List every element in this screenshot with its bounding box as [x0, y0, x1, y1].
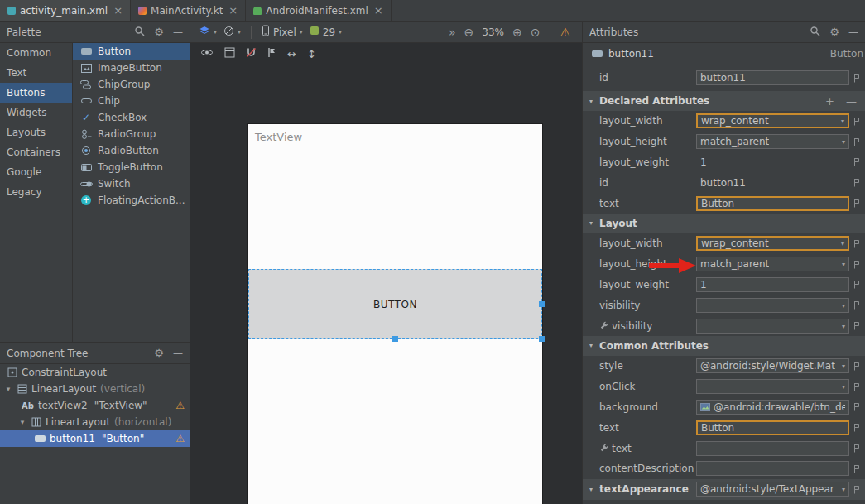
section-textappearance[interactable]: ▾ textAppearance @android:style/TextAppe… [583, 479, 865, 500]
contentdescription-input[interactable] [696, 461, 849, 476]
palette-category-buttons[interactable]: Buttons [0, 83, 72, 103]
section-common-attributes[interactable]: ▾ Common Attributes [583, 336, 865, 356]
expand-vertical-icon[interactable]: ↕ [307, 48, 316, 60]
text-input[interactable]: Button [696, 420, 849, 435]
flag-icon[interactable] [853, 239, 860, 248]
flag-icon[interactable] [853, 382, 860, 391]
tree-item-linearlayout-horizontal[interactable]: ▾ LinearLayout (horizontal) [0, 414, 190, 430]
flag-icon[interactable] [853, 362, 860, 371]
tools-visibility-combo[interactable]: ▾ [696, 319, 849, 334]
zoom-out-button[interactable]: ⊖ [464, 26, 474, 39]
chevron-down-icon[interactable]: ▾ [18, 418, 26, 426]
flag-icon[interactable] [853, 199, 860, 208]
close-icon[interactable]: × [374, 4, 383, 17]
text-input[interactable]: Button [696, 196, 849, 211]
add-attribute-icon[interactable]: + [825, 95, 834, 108]
layout-width-combo[interactable]: wrap_content ▾ [696, 113, 849, 128]
background-input[interactable]: @android:drawable/btn_defau [696, 400, 849, 415]
resize-handle-corner[interactable] [539, 336, 545, 342]
palette-category-text[interactable]: Text [0, 63, 72, 83]
gear-icon[interactable]: ⚙ [154, 347, 164, 359]
layout-artboard[interactable]: TextView BUTTON [248, 124, 542, 504]
layout-height-combo[interactable]: match_parent ▾ [696, 134, 849, 149]
palette-component-radiogroup[interactable]: RadioGroup [73, 126, 205, 142]
close-icon[interactable]: × [228, 4, 238, 17]
palette-category-common[interactable]: Common [0, 43, 72, 63]
tree-item-linearlayout-vertical[interactable]: ▾ LinearLayout (vertical) [0, 381, 190, 397]
tab-activity-main-xml[interactable]: activity_main.xml × [0, 0, 131, 21]
section-declared-attributes[interactable]: ▾ Declared Attributes + — [583, 91, 865, 111]
api-level-selector[interactable]: 29 ▾ [310, 26, 342, 38]
palette-component-radiobutton[interactable]: RadioButton [73, 142, 205, 159]
canvas-selected-button[interactable]: BUTTON [248, 269, 542, 339]
flag-icon[interactable] [853, 157, 860, 166]
warnings-button[interactable]: ⚠ [560, 26, 570, 39]
palette-component-chip[interactable]: Chip ↓ [73, 93, 205, 109]
layout-weight-input[interactable]: 1 [696, 277, 849, 292]
close-icon[interactable]: × [113, 4, 123, 17]
canvas-textview[interactable]: TextView [255, 131, 302, 143]
gear-icon[interactable]: ⚙ [154, 26, 164, 38]
design-surface-selector[interactable]: ▾ [199, 26, 217, 38]
resize-handle-right[interactable] [539, 301, 545, 307]
palette-category-widgets[interactable]: Widgets [0, 103, 72, 122]
expand-horizontal-icon[interactable]: ↔ [287, 48, 296, 60]
flag-icon[interactable] [853, 321, 860, 330]
layout-weight-input[interactable]: 1 [696, 155, 849, 170]
remove-attribute-icon[interactable]: — [846, 95, 857, 108]
design-canvas[interactable]: ↔ ↕ TextView BUTTON [190, 43, 582, 504]
resize-handle-bottom[interactable] [392, 336, 398, 342]
guideline-icon[interactable] [267, 47, 276, 60]
palette-component-togglebutton[interactable]: ToggleButton [73, 159, 205, 175]
flag-icon[interactable] [853, 117, 860, 126]
show-decorations-icon[interactable] [224, 47, 235, 60]
palette-category-google[interactable]: Google [0, 162, 72, 182]
palette-component-checkbox[interactable]: ✓ CheckBox [73, 109, 205, 126]
palette-component-floatingactionbutton[interactable]: + FloatingActionB... ↓ [73, 192, 205, 209]
gear-icon[interactable]: ⚙ [829, 26, 839, 38]
device-selector[interactable]: Pixel ▾ [262, 25, 303, 39]
flag-icon[interactable] [853, 280, 860, 289]
visibility-combo[interactable]: ▾ [696, 298, 849, 313]
style-combo[interactable]: @android:style/Widget.Mat ▾ [696, 358, 849, 373]
flag-icon[interactable] [853, 402, 860, 411]
blueprint-selector[interactable]: ▾ [223, 26, 241, 39]
chevron-down-icon[interactable]: ▾ [4, 385, 12, 393]
zoom-in-button[interactable]: ⊕ [512, 26, 522, 39]
zoom-level[interactable]: 33% [482, 26, 504, 38]
flag-icon[interactable] [853, 444, 860, 453]
flag-icon[interactable] [853, 178, 860, 187]
flag-icon[interactable] [853, 464, 860, 473]
palette-component-imagebutton[interactable]: ImageButton [73, 60, 205, 76]
tree-item-textview2[interactable]: Ab textView2- "TextView" ⚠ [0, 397, 190, 414]
flag-icon[interactable] [853, 423, 860, 432]
flag-icon[interactable] [853, 485, 860, 494]
tree-item-button11[interactable]: button11- "Button" ⚠ [0, 430, 190, 447]
minimize-icon[interactable]: — [173, 348, 183, 359]
overflow-icon[interactable]: » [449, 26, 456, 39]
warning-icon[interactable]: ⚠ [175, 433, 185, 444]
search-icon[interactable] [134, 26, 145, 39]
palette-component-button[interactable]: Button [73, 43, 205, 60]
flag-icon[interactable] [853, 74, 860, 83]
id-input[interactable]: button11 [696, 70, 849, 85]
tab-mainactivity-kt[interactable]: MainActivity.kt × [131, 0, 246, 21]
tab-androidmanifest-xml[interactable]: AndroidManifest.xml × [246, 0, 391, 21]
search-icon[interactable] [810, 26, 820, 39]
flag-icon[interactable] [853, 260, 860, 269]
layout-width-combo[interactable]: wrap_content ▾ [696, 236, 849, 251]
minimize-icon[interactable]: — [173, 26, 183, 38]
layout-height-combo[interactable]: match_parent ▾ [696, 257, 849, 271]
flag-icon[interactable] [853, 300, 860, 310]
palette-component-switch[interactable]: Switch [73, 175, 205, 192]
minimize-icon[interactable]: — [848, 26, 858, 38]
zoom-to-fit-button[interactable]: ⊙ [531, 26, 541, 39]
tree-item-constraintlayout[interactable]: ConstraintLayout [0, 364, 190, 381]
view-options-icon[interactable] [200, 48, 214, 60]
warning-icon[interactable]: ⚠ [175, 400, 185, 411]
section-layout[interactable]: ▾ Layout [583, 214, 865, 233]
palette-category-containers[interactable]: Containers [0, 142, 72, 162]
id-input[interactable]: button11 [696, 175, 849, 190]
palette-category-layouts[interactable]: Layouts [0, 122, 72, 142]
onclick-combo[interactable]: ▾ [696, 379, 849, 394]
